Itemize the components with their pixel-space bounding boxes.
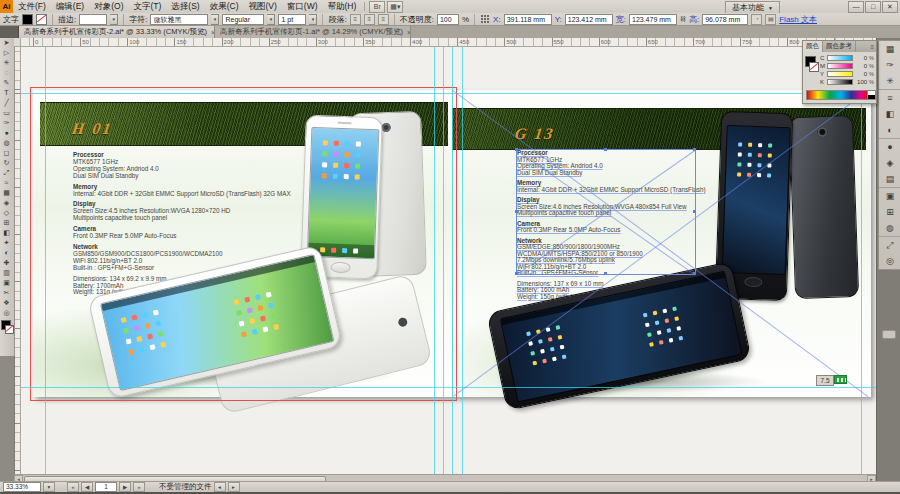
horizontal-ruler[interactable]: 0501001502002503003504004505005506006507…	[14, 38, 876, 47]
rotate-tool[interactable]: ↻	[0, 158, 13, 168]
black-phone-back-view[interactable]	[789, 115, 859, 299]
y-field[interactable]: 123.412 mm	[565, 14, 613, 25]
link-dimensions-icon[interactable]: ⛓	[680, 16, 686, 22]
tab-color[interactable]: 颜色	[803, 41, 823, 52]
selected-text-frame[interactable]	[516, 149, 696, 275]
guide-vertical[interactable]	[462, 46, 463, 474]
black-white-swatches[interactable]	[867, 90, 876, 100]
guide-horizontal[interactable]	[20, 93, 876, 94]
selection-handles[interactable]	[515, 148, 518, 151]
menu-item-对象[interactable]: 对象(O)	[89, 0, 128, 13]
document-tab-active[interactable]: 高新奇系列手机宣传彩页-2.ai* @ 33.33% (CMYK/预览) ×	[19, 26, 215, 38]
type-tool[interactable]: T	[0, 88, 13, 98]
navigator-icon[interactable]: ◎	[879, 253, 900, 269]
appearance-icon[interactable]: ●	[879, 139, 900, 155]
opacity-field[interactable]: 100	[437, 14, 459, 25]
fill-stroke-widget[interactable]	[805, 56, 819, 72]
menu-item-编辑[interactable]: 编辑(E)	[51, 0, 89, 13]
hand-tool[interactable]: ❖	[0, 298, 13, 308]
pathfinder-icon[interactable]: ◍	[879, 220, 900, 237]
panel-menu-icon[interactable]: ≡	[868, 41, 876, 52]
color-spectrum-bar[interactable]	[806, 90, 868, 100]
maximize-button[interactable]: □	[865, 1, 881, 13]
chevron-down-icon[interactable]: ▾	[211, 14, 219, 25]
blob-brush-tool[interactable]: ◍	[0, 138, 13, 148]
swatches-icon[interactable]: ▦	[879, 41, 900, 57]
x-field[interactable]: 391.118 mm	[504, 14, 552, 25]
height-label[interactable]: 高:	[689, 14, 699, 25]
selection-tool[interactable]: ➤	[0, 38, 13, 48]
eyedropper-tool[interactable]: ✦	[0, 238, 13, 248]
menu-item-效果[interactable]: 效果(C)	[205, 0, 244, 13]
y-label[interactable]: Y:	[555, 15, 562, 24]
artboards-icon[interactable]: ▣	[879, 188, 900, 204]
prev-artboard-button[interactable]: ◀	[81, 482, 93, 492]
align-right-icon[interactable]: ≡	[378, 14, 389, 25]
gradient-icon[interactable]: ◧	[879, 106, 900, 122]
stroke-swatch[interactable]	[36, 14, 47, 25]
last-artboard-button[interactable]: »	[133, 482, 145, 492]
recolor-artwork-icon[interactable]: ◔	[751, 14, 762, 25]
chevron-down-icon[interactable]: ▾	[267, 14, 275, 25]
symbol-sprayer-tool[interactable]: ✚	[0, 258, 13, 268]
transparency-icon[interactable]: ◐	[879, 122, 900, 139]
guide-horizontal[interactable]	[20, 387, 876, 388]
color-slider-y[interactable]: Y0%	[820, 70, 874, 78]
slider-track[interactable]	[827, 79, 853, 85]
guide-vertical[interactable]	[452, 46, 453, 474]
artboard-tool[interactable]: ▣	[0, 278, 13, 288]
guide-vertical[interactable]	[861, 46, 862, 474]
stroke-weight-field[interactable]	[79, 14, 107, 25]
chevron-down-icon[interactable]: ▾	[110, 14, 118, 25]
first-artboard-button[interactable]: «	[67, 482, 79, 492]
line-segment-tool[interactable]: ╱	[0, 98, 13, 108]
menu-item-帮助[interactable]: 帮助(H)	[323, 0, 362, 13]
lasso-tool[interactable]: ◌	[0, 68, 13, 78]
guide-vertical[interactable]	[434, 46, 435, 474]
pen-tool[interactable]: ✎	[0, 78, 13, 88]
artboard-number-field[interactable]: 1	[95, 482, 117, 492]
color-slider-c[interactable]: C0%	[820, 54, 874, 62]
arrange-documents-icon[interactable]: ▦▾	[387, 1, 403, 13]
align-icon[interactable]: ⊞	[879, 204, 900, 220]
pencil-tool[interactable]: ●	[0, 128, 13, 138]
status-next-icon[interactable]: ▸	[228, 482, 240, 492]
menu-item-文件[interactable]: 文件(F)	[13, 0, 51, 13]
align-left-icon[interactable]: ≡	[350, 14, 361, 25]
transform-icon[interactable]: ⤢	[879, 237, 900, 253]
mesh-tool[interactable]: ⊞	[0, 218, 13, 228]
blend-tool[interactable]: ◐	[0, 248, 13, 258]
bridge-icon[interactable]: Br	[369, 1, 385, 13]
vertical-ruler[interactable]	[14, 46, 21, 474]
width-tool[interactable]: ≈	[0, 178, 13, 188]
column-graph-tool[interactable]: ▥	[0, 268, 13, 278]
guide-vertical[interactable]	[443, 46, 444, 474]
stroke-swatch[interactable]	[5, 325, 14, 334]
color-slider-m[interactable]: M0%	[820, 62, 874, 70]
paintbrush-tool[interactable]: ✑	[0, 118, 13, 128]
chevron-down-icon[interactable]: ▾	[309, 14, 317, 25]
height-field[interactable]: 96.078 mm	[702, 14, 748, 25]
slider-track[interactable]	[827, 71, 853, 77]
ruler-origin-corner[interactable]	[14, 38, 21, 47]
status-prev-icon[interactable]: ◂	[214, 482, 226, 492]
scale-tool[interactable]: ⤢	[0, 168, 13, 178]
fill-stroke-widget[interactable]	[1, 320, 13, 334]
direct-selection-tool[interactable]: ▷	[0, 48, 13, 58]
close-icon[interactable]: ×	[407, 29, 411, 36]
magic-wand-tool[interactable]: ✳	[0, 58, 13, 68]
align-center-icon[interactable]: ≡	[364, 14, 375, 25]
menu-item-选择[interactable]: 选择(S)	[166, 0, 204, 13]
slider-track[interactable]	[827, 55, 853, 61]
rectangle-tool[interactable]: ▭	[0, 108, 13, 118]
menu-item-窗口[interactable]: 窗口(W)	[282, 0, 323, 13]
document-tab-inactive[interactable]: 高新奇系列手机宣传彩页-1.ai* @ 14.29% (CMYK/预览) ×	[215, 26, 411, 38]
shape-builder-tool[interactable]: ◈	[0, 198, 13, 208]
minimize-button[interactable]: —	[848, 1, 864, 13]
symbols-icon[interactable]: ✳	[879, 73, 900, 90]
x-label[interactable]: X:	[493, 15, 501, 24]
zoom-tool[interactable]: ◎	[0, 308, 13, 318]
width-label[interactable]: 宽:	[616, 14, 626, 25]
slice-tool[interactable]: ✂	[0, 288, 13, 298]
zoom-field[interactable]: 33.33%	[3, 482, 41, 492]
